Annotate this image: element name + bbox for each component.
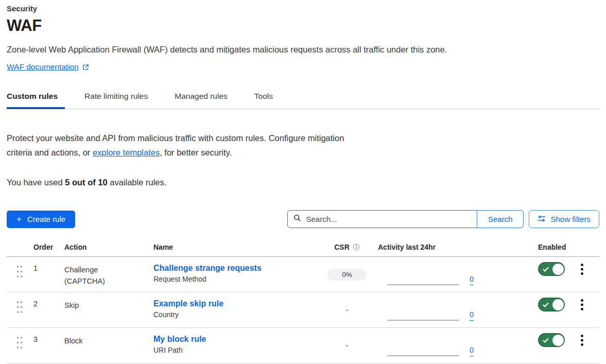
- rules-toolbar: + Create rule Search: [7, 210, 599, 228]
- enabled-toggle[interactable]: [538, 333, 565, 347]
- tab-custom-rules[interactable]: Custom rules: [7, 89, 65, 109]
- waf-page: Security WAF Zone-level Web Application …: [0, 0, 606, 363]
- check-icon: [543, 300, 549, 309]
- intro-line1: Protect your website and API from malici…: [7, 133, 344, 143]
- search-input[interactable]: [306, 215, 471, 223]
- kebab-menu-icon[interactable]: [578, 298, 586, 313]
- rule-action: Challenge (CAPTCHA): [64, 264, 121, 287]
- rule-name-link[interactable]: Example skip rule: [153, 298, 223, 309]
- rule-order: 2: [27, 292, 58, 327]
- search-icon: [293, 214, 301, 224]
- drag-handle-icon[interactable]: [15, 300, 24, 314]
- waf-documentation-link-label: WAF documentation: [7, 62, 79, 72]
- rule-field: Request Method: [153, 275, 316, 283]
- plus-icon: +: [16, 215, 22, 223]
- rule-action: Skip: [64, 300, 79, 311]
- intro-line2-post: , for better security.: [160, 148, 232, 157]
- column-header-order: Order: [27, 243, 58, 251]
- activity-count-link[interactable]: 0: [470, 275, 474, 286]
- custom-rules-intro: Protect your website and API from malici…: [7, 131, 398, 160]
- search-button[interactable]: Search: [477, 210, 524, 228]
- activity-count-link[interactable]: 0: [470, 311, 474, 321]
- table-row: 1 Challenge (CAPTCHA) Challenge strange …: [7, 257, 599, 292]
- tab-tools[interactable]: Tools: [254, 89, 280, 109]
- csr-value: -: [346, 306, 349, 314]
- table-row: 2 Skip Example skip rule Country - 0: [7, 292, 599, 328]
- show-filters-button[interactable]: Show filters: [529, 210, 599, 228]
- enabled-toggle[interactable]: [538, 262, 565, 276]
- info-icon[interactable]: [353, 244, 360, 251]
- drag-handle-icon[interactable]: [15, 265, 24, 279]
- drag-handle-icon[interactable]: [15, 336, 24, 350]
- check-icon: [543, 336, 549, 345]
- kebab-menu-icon[interactable]: [578, 262, 586, 277]
- rule-name-link[interactable]: Challenge strange requests: [153, 263, 262, 273]
- explore-templates-link[interactable]: explore templates: [93, 148, 160, 157]
- waf-tabs: Custom rules Rate limiting rules Managed…: [7, 89, 599, 109]
- csr-header-label: CSR: [334, 243, 350, 251]
- swap-arrows-icon: [538, 215, 546, 223]
- show-filters-label: Show filters: [550, 215, 591, 223]
- external-link-icon: [82, 64, 89, 71]
- table-header-row: Order Action Name CSR Activity last 24hr…: [7, 240, 599, 257]
- rule-order: 1: [27, 257, 58, 292]
- custom-rules-table: Order Action Name CSR Activity last 24hr…: [7, 240, 599, 363]
- column-header-action: Action: [58, 243, 147, 251]
- activity-count-link[interactable]: 0: [470, 346, 474, 357]
- activity-sparkline: [387, 284, 459, 285]
- usage-count: 5 out of 10: [65, 178, 108, 187]
- check-icon: [543, 265, 549, 274]
- toggle-knob: [552, 264, 564, 275]
- create-rule-button[interactable]: + Create rule: [7, 211, 75, 228]
- column-header-name: Name: [147, 243, 316, 251]
- toggle-knob: [552, 335, 564, 346]
- breadcrumb-security: Security: [7, 4, 599, 13]
- enabled-toggle[interactable]: [538, 298, 565, 311]
- waf-documentation-link[interactable]: WAF documentation: [7, 62, 89, 72]
- tab-rate-limiting-rules[interactable]: Rate limiting rules: [84, 89, 155, 109]
- column-header-csr: CSR: [316, 243, 378, 251]
- table-row: 3 Block My block rule URI Path - 0: [7, 328, 599, 363]
- csr-value: -: [346, 341, 349, 350]
- create-rule-label: Create rule: [27, 215, 65, 223]
- usage-prefix: You have used: [7, 178, 65, 187]
- rule-order: 3: [27, 328, 58, 363]
- column-header-enabled: Enabled: [481, 243, 599, 251]
- activity-sparkline: [387, 320, 459, 321]
- tab-managed-rules[interactable]: Managed rules: [175, 89, 235, 109]
- rule-field: Country: [153, 310, 316, 319]
- toggle-knob: [552, 299, 564, 310]
- page-title: WAF: [7, 16, 599, 35]
- intro-line2-pre: criteria and actions, or: [7, 148, 93, 157]
- usage-suffix: available rules.: [108, 178, 167, 187]
- kebab-menu-icon[interactable]: [578, 333, 586, 348]
- page-description: Zone-level Web Application Firewall (WAF…: [7, 45, 599, 55]
- rule-action: Block: [64, 335, 82, 346]
- csr-badge: 0%: [327, 269, 367, 281]
- activity-sparkline: [387, 355, 459, 356]
- column-header-activity: Activity last 24hr: [378, 243, 481, 251]
- rules-usage-text: You have used 5 out of 10 available rule…: [7, 178, 599, 187]
- rule-name-link[interactable]: My block rule: [153, 334, 206, 344]
- rule-field: URI Path: [153, 346, 316, 354]
- search-group: Search: [287, 210, 524, 228]
